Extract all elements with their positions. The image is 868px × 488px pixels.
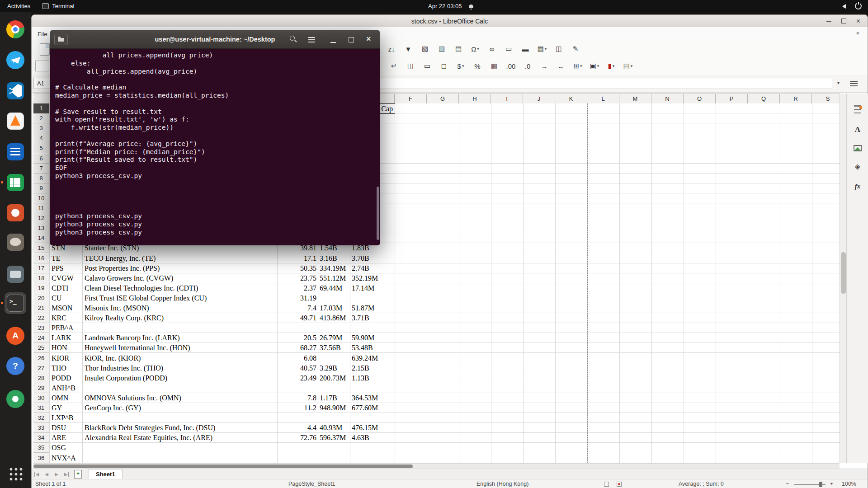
insert-pivot-table-icon[interactable]: ▤	[453, 42, 464, 55]
cell-D28[interactable]: 200.73M	[318, 373, 350, 383]
dropdown-arrow-icon[interactable]: ▾	[545, 47, 547, 51]
calc-titlebar[interactable]: stock.csv - LibreOffice Calc ×	[32, 15, 868, 28]
system-status-area[interactable]	[840, 0, 862, 12]
cell-B22[interactable]: Kilroy Realty Corp. (KRC)	[82, 313, 277, 323]
terminal-icon[interactable]: >_	[5, 292, 26, 314]
volume-icon[interactable]	[840, 4, 846, 9]
cell-A20[interactable]: CU	[49, 293, 82, 303]
name-box[interactable]: A1	[33, 78, 50, 89]
cell-A19[interactable]: CDTI	[49, 283, 82, 293]
row-header-6[interactable]: 6	[33, 154, 49, 164]
row-header-34[interactable]: 34	[33, 433, 49, 443]
cell-E24[interactable]: 59.90M	[350, 333, 395, 343]
row-header-1[interactable]: 1	[33, 103, 49, 113]
column-header-O[interactable]: O	[684, 94, 716, 104]
files-icon[interactable]	[5, 263, 26, 285]
add-decimal-icon[interactable]: .00	[505, 60, 517, 72]
number-format-icon[interactable]: ▦	[488, 60, 500, 72]
row-header-21[interactable]: 21	[33, 303, 49, 313]
cell-E18[interactable]: 352.19M	[350, 273, 395, 283]
cell-E27[interactable]: 2.15B	[350, 363, 395, 373]
terminal-output[interactable]: all_prices.append(avg_price) else: all_p…	[50, 49, 380, 245]
insert-comment-icon[interactable]: ▭	[503, 42, 514, 55]
currency-format-icon[interactable]: $▾	[455, 60, 467, 72]
cell-E16[interactable]: 3.70B	[350, 253, 395, 263]
row-header-31[interactable]: 31	[33, 403, 49, 413]
column-header-N[interactable]: N	[651, 94, 684, 104]
cell-B33[interactable]: BlackRock Debt Strategies Fund, Inc. (DS…	[82, 423, 277, 433]
merge-center-cells-icon[interactable]: ◫	[405, 60, 416, 72]
cell-E34[interactable]: 4.63B	[350, 433, 395, 443]
autofilter-icon[interactable]: ▼	[402, 42, 414, 55]
unmerge-cells-icon[interactable]: ◻	[438, 60, 450, 72]
zoom-slider-handle[interactable]	[819, 482, 822, 487]
sheet-tab-sheet1[interactable]: Sheet1	[89, 469, 123, 479]
cell-C34[interactable]: 72.76	[277, 433, 318, 443]
dropdown-arrow-icon[interactable]: ▾	[613, 64, 615, 68]
chrome-icon[interactable]	[5, 19, 26, 40]
sort-descending-icon[interactable]: z↓	[386, 42, 397, 55]
column-header-L[interactable]: L	[587, 94, 619, 104]
cell-B24[interactable]: Landmark Bancorp Inc. (LARK)	[82, 333, 277, 343]
cell-B25[interactable]: Honeywell International Inc. (HON)	[82, 343, 277, 353]
clock-menu[interactable]: Apr 22 03:05	[428, 0, 473, 12]
column-header-H[interactable]: H	[459, 94, 491, 104]
row-header-19[interactable]: 19	[33, 283, 49, 293]
row-header-23[interactable]: 23	[33, 323, 49, 333]
cell-C24[interactable]: 20.5	[277, 333, 318, 343]
cell-A27[interactable]: THO	[49, 363, 82, 373]
sidebar-settings-icon[interactable]	[850, 81, 858, 86]
borders-icon[interactable]: ⊞▾	[572, 60, 584, 72]
row-header-27[interactable]: 27	[33, 363, 49, 373]
cell-A21[interactable]: MSON	[49, 303, 82, 313]
cell-B18[interactable]: Calavo Growers Inc. (CVGW)	[82, 273, 277, 283]
cell-B30[interactable]: OMNOVA Solutions Inc. (OMN)	[82, 393, 277, 403]
row-header-30[interactable]: 30	[33, 393, 49, 403]
vlc-icon[interactable]	[5, 110, 26, 132]
focused-app-menu[interactable]: Terminal	[42, 3, 74, 9]
row-header-11[interactable]: 11	[33, 203, 49, 213]
cell-C16[interactable]: 17.1	[277, 253, 318, 263]
column-header-K[interactable]: K	[555, 94, 587, 104]
terminal-menu-icon[interactable]	[308, 37, 315, 42]
previous-sheet-icon[interactable]: ◀	[42, 472, 52, 477]
cell-D24[interactable]: 26.79M	[318, 333, 350, 343]
cell-E31[interactable]: 677.60M	[350, 403, 395, 413]
select-all-corner[interactable]	[33, 94, 49, 104]
show-draw-functions-icon[interactable]: ✎	[570, 42, 581, 55]
insert-image-icon[interactable]: ▧	[419, 42, 431, 55]
row-header-20[interactable]: 20	[33, 293, 49, 303]
cell-B26[interactable]: KiOR, Inc. (KIOR)	[82, 353, 277, 363]
cell-C28[interactable]: 23.49	[277, 373, 318, 383]
terminal-titlebar[interactable]: user@user-virtual-machine: ~/Desktop ×	[50, 30, 380, 49]
row-header-5[interactable]: 5	[33, 143, 49, 153]
vscode-icon[interactable]	[5, 80, 26, 102]
column-header-G[interactable]: G	[427, 94, 459, 104]
menu-file[interactable]: File	[33, 31, 52, 38]
column-header-S[interactable]: S	[812, 94, 840, 104]
cell-E30[interactable]: 364.53M	[350, 393, 395, 403]
split-window-icon[interactable]: ◫	[553, 42, 565, 55]
row-header-12[interactable]: 12	[33, 213, 49, 223]
row-header-29[interactable]: 29	[33, 383, 49, 393]
dropdown-arrow-icon[interactable]: ▾	[580, 64, 582, 68]
minimize-button[interactable]	[826, 21, 831, 22]
cell-D17[interactable]: 334.19M	[318, 263, 350, 273]
cell-B20[interactable]: First Trust ISE Global Copper Index (CU)	[82, 293, 277, 303]
cell-A16[interactable]: TE	[49, 253, 82, 263]
vertical-scrollbar[interactable]	[840, 94, 846, 463]
row-header-25[interactable]: 25	[33, 343, 49, 353]
expand-formula-bar-icon[interactable]: ▾	[837, 80, 840, 85]
row-header-7[interactable]: 7	[33, 164, 49, 174]
row-header-15[interactable]: 15	[33, 243, 49, 253]
cell-E33[interactable]: 476.15M	[350, 423, 395, 433]
power-icon[interactable]	[855, 3, 862, 9]
cell-C21[interactable]: 7.4	[277, 303, 318, 313]
ubuntu-software-icon[interactable]: A	[5, 325, 26, 347]
percent-format-icon[interactable]: %	[472, 60, 483, 72]
cell-B34[interactable]: Alexandria Real Estate Equities, Inc. (A…	[82, 433, 277, 443]
column-header-M[interactable]: M	[619, 94, 651, 104]
cell-D16[interactable]: 3.16B	[318, 253, 350, 263]
font-name-box[interactable]	[35, 61, 49, 71]
selection-mode-icon[interactable]	[604, 482, 609, 487]
